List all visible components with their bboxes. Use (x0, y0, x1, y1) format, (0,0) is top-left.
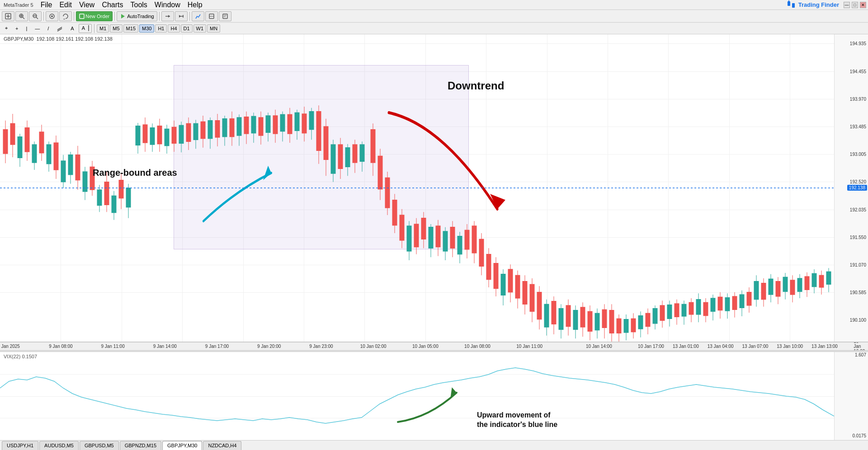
menu-file[interactable]: File (37, 0, 56, 10)
time-label-16: 13 Jan 07:00 (742, 344, 768, 349)
svg-rect-35 (18, 137, 22, 158)
tf-m15[interactable]: M15 (123, 24, 138, 33)
autoscroll-button[interactable] (175, 11, 188, 21)
svg-rect-39 (32, 145, 37, 163)
tf-mn[interactable]: MN (207, 24, 220, 33)
minimize-button[interactable]: — (844, 2, 850, 8)
svg-rect-219 (689, 302, 693, 314)
svg-rect-177 (537, 292, 542, 319)
svg-marker-19 (168, 15, 170, 18)
vertical-line-tool[interactable]: | (23, 24, 30, 33)
properties-button[interactable] (46, 11, 58, 21)
svg-rect-95 (237, 117, 241, 136)
svg-rect-97 (244, 117, 249, 134)
menu-edit[interactable]: Edit (56, 0, 75, 10)
drawing-toolbar: ⌖ + | — / A A▕ M1 M5 M15 M30 H1 H4 D1 W1… (0, 23, 868, 34)
indicators-icon (195, 13, 201, 19)
new-chart-button[interactable] (2, 11, 14, 21)
new-order-label: New Order (85, 14, 109, 19)
new-order-button[interactable]: New Order (76, 11, 113, 21)
indicator-max: 1.607 (855, 352, 866, 357)
svg-rect-49 (68, 155, 73, 175)
time-label-7: 10 Jan 02:00 (360, 344, 387, 349)
svg-rect-115 (309, 112, 314, 130)
time-label-0: 9 Jan 2025 (0, 344, 20, 349)
svg-rect-137 (392, 200, 397, 225)
svg-rect-125 (345, 148, 350, 167)
svg-rect-201 (624, 319, 628, 333)
svg-rect-41 (39, 132, 44, 153)
svg-rect-255 (819, 275, 824, 287)
zoom-in-icon (19, 13, 25, 19)
tab-gbpjpy-m30[interactable]: GBPJPY,M30 (162, 441, 202, 450)
tf-m1[interactable]: M1 (97, 24, 109, 33)
svg-rect-213 (667, 305, 672, 319)
close-button[interactable]: ✕ (860, 2, 866, 8)
svg-rect-77 (172, 127, 176, 143)
tf-m5[interactable]: M5 (110, 24, 122, 33)
tf-w1[interactable]: W1 (193, 24, 207, 33)
tab-usdjpy-h1[interactable]: USDJPY,H1 (2, 441, 38, 450)
current-price-label: 192.138 (847, 185, 867, 191)
indicators-button[interactable] (192, 11, 204, 21)
order-icon (79, 14, 85, 19)
main-chart[interactable]: GBPJPY,M30 192.108 192.161 192.108 192.1… (0, 34, 868, 342)
tf-d1[interactable]: D1 (181, 24, 193, 33)
tab-audusd-m5[interactable]: AUDUSD,M5 (39, 441, 79, 450)
svg-rect-16 (80, 14, 84, 19)
svg-rect-141 (407, 226, 411, 251)
app-title: MetaTrader 5 (0, 2, 37, 8)
text-tool[interactable]: A (67, 24, 77, 33)
label-tool[interactable]: A▕ (79, 24, 92, 33)
restore-button[interactable]: □ (852, 2, 858, 8)
svg-rect-217 (682, 304, 686, 316)
autotrading-button[interactable]: AutoTrading (117, 11, 157, 21)
svg-rect-221 (696, 300, 701, 314)
chart-shift-button[interactable] (161, 11, 174, 21)
channels-tool[interactable] (53, 24, 66, 33)
svg-rect-197 (609, 310, 614, 333)
templates-button[interactable] (219, 11, 231, 21)
objects-button[interactable] (205, 11, 218, 21)
svg-rect-223 (703, 302, 708, 315)
svg-rect-45 (54, 143, 58, 170)
tf-h1[interactable]: H1 (155, 24, 167, 33)
svg-rect-93 (230, 119, 234, 137)
zoom-in-button[interactable] (15, 11, 28, 21)
menu-window[interactable]: Window (151, 0, 184, 10)
menu-view[interactable]: View (75, 0, 98, 10)
svg-rect-209 (653, 309, 657, 323)
tf-m30[interactable]: M30 (139, 24, 154, 33)
svg-rect-63 (119, 180, 123, 198)
indicator-min: 0.0175 (852, 433, 866, 438)
svg-rect-71 (150, 128, 155, 145)
menu-help[interactable]: Help (184, 0, 206, 10)
horizontal-line-tool[interactable]: — (32, 24, 43, 33)
tf-h4[interactable]: H4 (168, 24, 179, 33)
menu-charts[interactable]: Charts (98, 0, 127, 10)
menu-tools[interactable]: Tools (127, 0, 151, 10)
objects-icon (208, 13, 215, 19)
svg-rect-173 (523, 281, 527, 305)
svg-rect-107 (280, 114, 285, 131)
svg-rect-243 (776, 281, 780, 296)
svg-rect-189 (580, 307, 585, 327)
svg-rect-183 (559, 309, 563, 330)
crosshair-tool[interactable]: + (12, 24, 21, 33)
svg-rect-127 (353, 145, 357, 163)
logo-area: Trading Finder (782, 0, 844, 9)
refresh-button[interactable] (59, 11, 72, 21)
tab-gbpnzd-m15[interactable]: GBPNZD,M15 (120, 441, 161, 450)
svg-rect-251 (805, 277, 809, 290)
time-label-2: 9 Jan 11:00 (101, 344, 124, 349)
trendline-tool[interactable]: / (44, 24, 52, 33)
svg-rect-211 (660, 305, 665, 320)
indicator-chart[interactable]: VIX(22) 0.1507 Upward movement ofthe ind… (0, 352, 868, 440)
svg-rect-85 (201, 122, 205, 138)
tab-gbpusd-m5[interactable]: GBPUSD,M5 (80, 441, 119, 450)
svg-rect-167 (501, 274, 505, 295)
svg-rect-103 (266, 116, 270, 132)
tab-nzdcad-h4[interactable]: NZDCAD,H4 (203, 441, 241, 450)
zoom-out-button[interactable] (29, 11, 42, 21)
cursor-tool[interactable]: ⌖ (2, 24, 11, 33)
